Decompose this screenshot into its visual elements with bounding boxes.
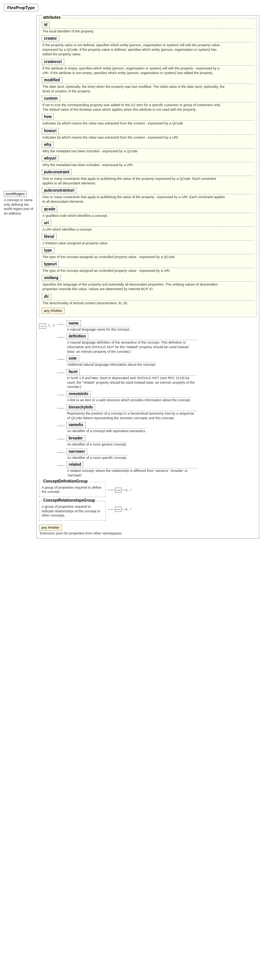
group-seq-ConceptRelationshipsGroup: — — [115, 507, 122, 512]
world-region-side: worldRegion A concept or name only defin… — [4, 191, 36, 216]
connector-narrower — [57, 452, 65, 453]
group-ConceptDefinitionGroup: ConceptDefinitionGroup A group of proper… — [39, 482, 257, 497]
attr-desc-custom: If set to true the corresponding propert… — [42, 103, 226, 112]
element-desc-note: Additional natural language information … — [67, 363, 156, 367]
element-desc-related: A related concept, where the relationshi… — [67, 469, 197, 478]
element-desc-facet: In NAR 1.8 and later, facet is deprecate… — [67, 376, 197, 389]
world-region-label: worldRegion — [6, 192, 25, 196]
world-region-desc: A concept or name only defining the worl… — [4, 198, 34, 216]
attr-name-creator: creator — [42, 36, 59, 41]
attr-desc-literal: A freetext value assigned at property va… — [42, 241, 226, 245]
bottom-any-other-label: any ##other — [39, 525, 62, 531]
element-name-sameAs: sameAs — [67, 422, 86, 428]
attr-desc-pubconstrainturi: One or many constraints that apply to pu… — [42, 195, 226, 204]
connector-facet — [57, 373, 65, 373]
right-element-narrower: narrower An identifier of a more specifi… — [57, 449, 197, 460]
element-desc-remoteInfo: A link to an item or a web resource whic… — [67, 398, 191, 403]
attr-desc-creatoruri: If the attribute is empty, specifies whi… — [42, 66, 226, 75]
attr-name-creatoruri: creatoruri — [42, 59, 64, 65]
group-box-ConceptRelationshipsGroup: ConceptRelationshipsGroup A group of pro… — [39, 501, 106, 521]
attr-item-how: how Indicates by which means the value w… — [42, 114, 254, 126]
element-name-hierarchyInfo: hierarchyInfo — [67, 404, 95, 410]
attr-item-uri: uri A URI which identifies a concept. — [42, 220, 254, 232]
attr-name-howuri: howuri — [42, 128, 59, 134]
attributes-title: attributes — [42, 15, 62, 19]
bottom-any-other: any ##other Extension point for properti… — [39, 525, 257, 535]
element-name-broader: broader — [67, 435, 85, 441]
bottom-any-other-desc: Extension point for properties from othe… — [40, 531, 257, 535]
attr-name-literal: literal — [42, 234, 57, 239]
attr-name-id: id — [42, 22, 50, 27]
right-elements-section: — 1...1 name A natural language name for… — [39, 320, 257, 478]
attr-desc-how: Indicates by which means the value was e… — [42, 121, 226, 126]
attr-name-whyuri: whyuri — [42, 155, 58, 161]
element-desc-hierarchyInfo: Represents the position of a concept in … — [67, 412, 197, 420]
connector-sameAs — [57, 426, 65, 426]
page-container: FlexPropType worldRegion A concept or na… — [0, 0, 263, 542]
element-desc-broader: An identifier of a more generic concept. — [67, 442, 127, 447]
attr-desc-modified: The date (and, optionally, the time) whe… — [42, 84, 226, 94]
attr-name-xmllang: xmllang — [42, 275, 61, 281]
attr-name-custom: custom — [42, 95, 60, 101]
attr-name-typeuri: typeuri — [42, 261, 59, 267]
attr-item-pubconstraint: pubconstraint One or many constraints th… — [42, 169, 254, 186]
attr-item-xmllang: xmllang Specifies the language of this p… — [42, 275, 254, 291]
connector-definition — [57, 337, 65, 337]
attributes-list: id The local identifier of the property.… — [42, 22, 254, 305]
right-element-facet: facet In NAR 1.8 and later, facet is dep… — [57, 369, 197, 389]
group-connector-ConceptRelationshipsGroup — [107, 509, 115, 510]
attr-desc-typeuri: The type of the concept assigned as cont… — [42, 268, 226, 273]
attr-desc-creator: If the property value is not defined, sp… — [42, 43, 226, 57]
any-other-item: any ##other — [42, 308, 254, 314]
connector-remoteInfo — [57, 395, 65, 395]
attr-name-type: type — [42, 247, 54, 253]
group-connector-ConceptDefinitionGroup — [107, 490, 115, 490]
attr-item-creator: creator If the property value is not def… — [42, 36, 254, 57]
attr-item-dir: dir The directionality of textual conten… — [42, 294, 254, 305]
attr-item-creatoruri: creatoruri If the attribute is empty, sp… — [42, 59, 254, 75]
attr-item-literal: literal A freetext value assigned at pro… — [42, 234, 254, 245]
connector-broader — [57, 439, 65, 439]
attr-desc-whyuri: Why the metadata has been included - exp… — [42, 163, 226, 167]
element-name-name: name — [67, 320, 81, 326]
group-desc-ConceptRelationshipsGroup: A group of properties required to indica… — [42, 505, 103, 518]
connector-hierarchyInfo — [57, 408, 65, 408]
attr-desc-xmllang: Specifies the language of this property … — [42, 282, 226, 291]
right-element-sameAs: sameAs An identifier of a concept with e… — [57, 422, 197, 434]
attr-name-pubconstraint: pubconstraint — [42, 169, 72, 175]
right-element-related: related A related concept, where the rel… — [57, 462, 197, 478]
attributes-section: attributes id The local identifier of th… — [39, 18, 257, 317]
element-desc-definition: A natural language definition of the sem… — [67, 341, 197, 354]
group-mult-ConceptRelationshipsGroup: 0...* — [125, 507, 132, 511]
group-title-ConceptDefinitionGroup: ConceptDefinitionGroup — [42, 479, 88, 483]
right-element-hierarchyInfo: hierarchyInfo Represents the position of… — [57, 404, 197, 420]
attr-desc-dir: The directionality of textual content (e… — [42, 301, 226, 305]
attr-name-qcode: qcode — [42, 206, 57, 212]
attr-item-why: why Why the metadata has been included -… — [42, 142, 254, 153]
attr-name-pubconstrainturi: pubconstrainturi — [42, 187, 76, 193]
connector-name — [57, 324, 65, 325]
right-element-broader: broader An identifier of a more generic … — [57, 435, 197, 447]
attr-item-typeuri: typeuri The type of the concept assigned… — [42, 261, 254, 273]
attr-desc-howuri: Indicates by which means the value was e… — [42, 135, 226, 140]
attr-item-howuri: howuri Indicates by which means the valu… — [42, 128, 254, 140]
attr-desc-id: The local identifier of the property. — [42, 29, 226, 34]
attr-name-why: why — [42, 142, 54, 147]
element-name-related: related — [67, 462, 84, 467]
attr-item-id: id The local identifier of the property. — [42, 22, 254, 34]
right-element-name: name A natural language name for the con… — [57, 320, 197, 332]
diagram-title: FlexPropType — [4, 4, 38, 11]
attr-name-dir: dir — [42, 294, 51, 299]
connector-note — [57, 359, 65, 360]
group-seq-ConceptDefinitionGroup: — — [115, 488, 122, 493]
element-desc-name: A natural language name for the concept. — [67, 328, 130, 332]
right-element-remoteInfo: remoteInfo A link to an item or a web re… — [57, 391, 197, 403]
group-ConceptRelationshipsGroup: ConceptRelationshipsGroup A group of pro… — [39, 501, 257, 521]
connector-related — [57, 465, 65, 466]
attr-name-modified: modified — [42, 77, 62, 83]
element-name-remoteInfo: remoteInfo — [67, 391, 91, 397]
title-text: FlexPropType — [7, 5, 35, 10]
attr-item-whyuri: whyuri Why the metadata has been include… — [42, 155, 254, 167]
right-element-note: note Additional natural language informa… — [57, 355, 197, 367]
right-element-definition: definition A natural language definition… — [57, 333, 197, 354]
